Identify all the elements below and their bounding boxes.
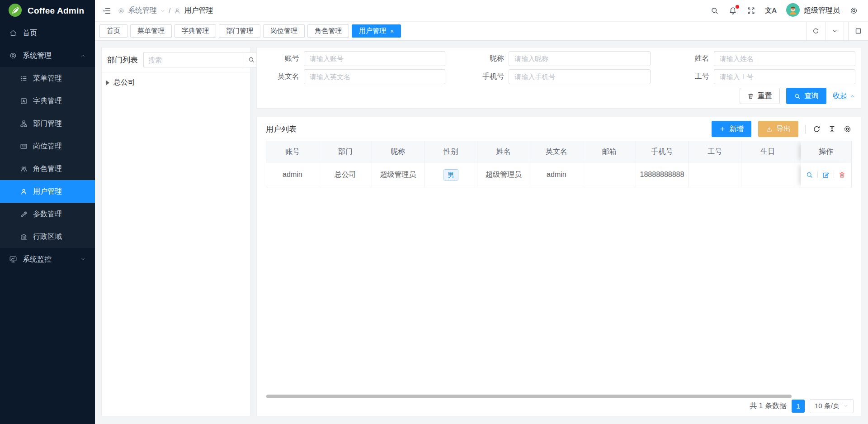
chevron-up-icon: [80, 52, 86, 59]
fullscreen-icon[interactable]: [747, 6, 755, 15]
id-card-icon: [20, 143, 28, 150]
leaf-logo-icon: [8, 3, 22, 19]
breadcrumb-separator: /: [169, 7, 170, 15]
gear-icon: [9, 52, 17, 60]
sidebar-item-home[interactable]: 首页: [0, 22, 95, 44]
search-filter-panel: 账号 昵称 姓名 英文名: [256, 47, 861, 109]
download-icon: [766, 126, 773, 133]
table-refresh-icon[interactable]: [812, 125, 821, 133]
cell-job-no: [689, 162, 741, 187]
notification-bell-icon[interactable]: [728, 6, 737, 15]
sidebar-item-menu-management[interactable]: 菜单管理: [0, 67, 95, 90]
table-row: admin 总公司 超级管理员 男 超级管理员 admin 1888888888…: [266, 162, 851, 187]
dept-search-input[interactable]: [143, 52, 243, 67]
breadcrumb-section[interactable]: 系统管理: [128, 6, 157, 15]
pagination-page-1[interactable]: 1: [792, 400, 805, 413]
content-maximize-icon[interactable]: [848, 22, 868, 41]
language-translate-icon[interactable]: 文A: [765, 6, 777, 15]
header-search-icon[interactable]: [710, 6, 719, 15]
reset-button[interactable]: 重置: [740, 88, 780, 104]
job-no-input[interactable]: [714, 69, 855, 84]
tabs-dropdown-icon[interactable]: [825, 22, 844, 41]
sidebar-item-param-management[interactable]: 参数管理: [0, 203, 95, 225]
column-header: 性别: [425, 141, 477, 162]
cell-nickname: 超级管理员: [372, 162, 425, 187]
app-title: Coffee Admin: [28, 6, 84, 16]
nickname-input[interactable]: [509, 51, 650, 66]
column-spacer: [794, 162, 801, 187]
sidebar-item-post-management[interactable]: 岗位管理: [0, 135, 95, 157]
sidebar-item-admin-region[interactable]: 行政区域: [0, 225, 95, 248]
caret-right-icon[interactable]: [106, 81, 109, 85]
user-icon: [174, 7, 181, 14]
tab-close-icon[interactable]: ×: [390, 28, 394, 34]
en-name-input[interactable]: [304, 69, 445, 84]
wrench-icon: [20, 210, 28, 218]
breadcrumb: 系统管理 / 用户管理: [118, 6, 213, 15]
filter-field-job-no: 工号: [672, 67, 855, 86]
sidebar-item-dict-management[interactable]: 字典管理: [0, 90, 95, 112]
table-density-icon[interactable]: [828, 125, 836, 133]
row-delete-icon[interactable]: [838, 171, 846, 179]
sidebar-item-role-management[interactable]: 角色管理: [0, 157, 95, 180]
column-header: 生日: [741, 141, 794, 162]
current-username: 超级管理员: [804, 6, 840, 15]
row-edit-icon[interactable]: [822, 171, 830, 179]
department-panel: 部门列表 ⋮ 总公司: [101, 47, 250, 416]
cell-dept: 总公司: [319, 162, 372, 187]
user-icon: [20, 188, 28, 195]
sidebar-item-user-management[interactable]: 用户管理: [0, 180, 95, 203]
system-management-submenu: 菜单管理 字典管理 部门管理 岗位管理 角色管理: [0, 67, 95, 248]
tab-post-management[interactable]: 岗位管理: [263, 24, 305, 38]
name-input[interactable]: [714, 51, 855, 66]
search-icon: [794, 93, 801, 100]
user-table: 账号 部门 昵称 性别 姓名 英文名 邮箱 手机号 工号 生日 操作: [266, 141, 852, 187]
sidebar-collapse-icon[interactable]: [102, 6, 111, 15]
column-header: 工号: [689, 141, 741, 162]
dept-tree-node-root[interactable]: 总公司: [102, 72, 250, 93]
user-list-title: 用户列表: [266, 124, 297, 134]
phone-input[interactable]: [509, 69, 650, 84]
tab-menu-management[interactable]: 菜单管理: [130, 24, 172, 38]
collapse-filter-link[interactable]: 收起: [833, 91, 855, 101]
tab-dict-management[interactable]: 字典管理: [175, 24, 216, 38]
tab-role-management[interactable]: 角色管理: [307, 24, 349, 38]
table-settings-icon[interactable]: [843, 125, 852, 133]
column-header: 昵称: [372, 141, 425, 162]
people-icon: [20, 165, 28, 173]
tab-dept-management[interactable]: 部门管理: [219, 24, 260, 38]
divider: [805, 125, 806, 133]
tab-user-management[interactable]: 用户管理 ×: [352, 24, 401, 38]
sidebar-item-system-monitor[interactable]: 系统监控: [0, 248, 95, 271]
row-view-icon[interactable]: [806, 171, 813, 179]
filter-field-en-name: 英文名: [262, 67, 445, 86]
trash-icon: [747, 93, 754, 100]
home-icon: [9, 29, 17, 37]
user-menu[interactable]: 超级管理员: [786, 3, 840, 19]
cell-account: admin: [266, 162, 319, 187]
dept-panel-title: 部门列表: [107, 55, 138, 65]
tab-home[interactable]: 首页: [99, 24, 127, 38]
account-input[interactable]: [304, 51, 445, 66]
column-header: 账号: [266, 141, 319, 162]
cell-birthday: [741, 162, 794, 187]
query-button[interactable]: 查询: [786, 88, 826, 104]
dictionary-icon: [20, 97, 28, 105]
pagination: 共 1 条数据 1 10 条/页: [750, 396, 854, 416]
divider: [817, 172, 818, 178]
add-user-button[interactable]: 新增: [712, 121, 751, 137]
chevron-down-icon[interactable]: [160, 8, 165, 14]
page-size-select[interactable]: 10 条/页: [810, 399, 854, 413]
horizontal-scrollbar[interactable]: [266, 395, 792, 398]
column-spacer: [794, 141, 801, 162]
settings-gear-icon[interactable]: [849, 6, 858, 15]
export-button[interactable]: 导出: [758, 121, 798, 137]
tabs-refresh-icon[interactable]: [806, 22, 825, 41]
filter-field-account: 账号: [262, 49, 445, 67]
top-header: 系统管理 / 用户管理 文A: [95, 0, 868, 22]
sidebar-item-dept-management[interactable]: 部门管理: [0, 112, 95, 135]
cell-phone: 18888888888: [636, 162, 689, 187]
page-content: 部门列表 ⋮ 总公司: [95, 41, 868, 424]
cell-email: [583, 162, 636, 187]
sidebar-item-system-management[interactable]: 系统管理: [0, 44, 95, 67]
